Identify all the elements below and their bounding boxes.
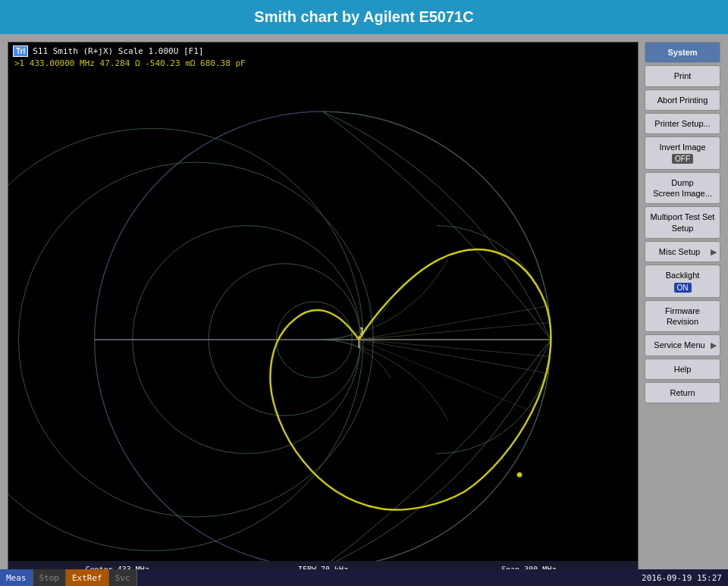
help-button[interactable]: Help	[645, 359, 720, 380]
misc-setup-button[interactable]: Misc Setup ▶	[645, 241, 720, 262]
dump-screen-button[interactable]: DumpScreen Image...	[645, 172, 720, 205]
chart-title-text: S11 Smith (R+jX) Scale 1.000U [F1]	[33, 46, 203, 56]
status-strip: Meas Stop ExtRef Svc 2016-09-19 15:27	[0, 569, 728, 586]
invert-state-badge: OFF	[672, 154, 693, 164]
system-button[interactable]: System	[645, 42, 720, 63]
trl-badge: Trl	[13, 45, 28, 57]
service-menu-arrow: ▶	[711, 340, 717, 350]
printer-setup-button[interactable]: Printer Setup...	[645, 113, 720, 134]
chart-area: Trl S11 Smith (R+jX) Scale 1.000U [F1] >…	[8, 42, 639, 578]
backlight-button[interactable]: Backlight ON	[645, 265, 720, 298]
invert-image-button[interactable]: Invert Image OFF	[645, 136, 720, 170]
backlight-state-badge: ON	[674, 283, 692, 293]
status-stop: Stop	[33, 569, 67, 586]
dump-screen-label: DumpScreen Image...	[653, 178, 712, 198]
multiport-label: Multiport Test SetSetup	[651, 212, 715, 232]
chart-header: Trl S11 Smith (R+jX) Scale 1.000U [F1] >…	[8, 42, 638, 71]
firmware-revision-button[interactable]: FirmwareRevision	[645, 300, 720, 333]
multiport-button[interactable]: Multiport Test SetSetup	[645, 206, 720, 239]
status-svc: Svc	[109, 569, 137, 586]
main-content: Trl S11 Smith (R+jX) Scale 1.000U [F1] >…	[0, 34, 728, 586]
chart-title-row: Trl S11 Smith (R+jX) Scale 1.000U [F1]	[13, 45, 633, 57]
page-title: Smith chart by Agilent E5071C	[254, 8, 473, 26]
svg-rect-0	[8, 90, 638, 586]
title-bar: Smith chart by Agilent E5071C	[0, 0, 728, 34]
status-datetime: 2016-09-19 15:27	[635, 569, 728, 586]
svg-point-18	[517, 472, 522, 478]
right-panel: System Print Abort Printing Printer Setu…	[645, 42, 720, 578]
abort-printing-button[interactable]: Abort Printing	[645, 89, 720, 111]
status-extref: ExtRef	[66, 569, 109, 586]
misc-setup-arrow: ▶	[711, 246, 717, 257]
service-menu-button[interactable]: Service Menu ▶	[645, 334, 720, 356]
print-button[interactable]: Print	[645, 65, 720, 86]
marker-info: >1 433.00000 MHz 47.284 Ω -540.23 mΩ 680…	[13, 58, 633, 68]
status-meas: Meas	[0, 569, 33, 586]
smith-chart-svg: 1	[8, 80, 638, 586]
firmware-label: FirmwareRevision	[665, 306, 700, 326]
return-button[interactable]: Return	[645, 382, 720, 403]
